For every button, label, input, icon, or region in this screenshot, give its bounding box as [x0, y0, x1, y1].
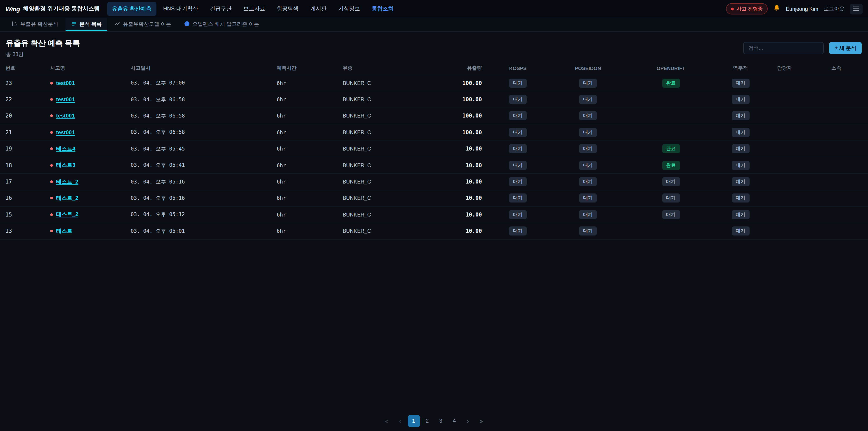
incident-dot-icon [50, 148, 53, 150]
status-badge-wait: 대기 [732, 194, 749, 203]
nav-item-board[interactable]: 게시판 [305, 2, 331, 16]
tab-analysis-list[interactable]: 분석 목록 [65, 18, 107, 31]
status-badge-wait: 대기 [579, 112, 597, 120]
nav-item-emergency-rescue[interactable]: 긴급구난 [205, 2, 237, 16]
opendrift-status-cell: 완료 [623, 161, 719, 170]
backtrack-status-cell: 대기 [719, 226, 762, 236]
forecast-duration: 6hr [271, 113, 337, 119]
page-button-2[interactable]: 2 [421, 415, 433, 427]
table-row[interactable]: 21 test001 03. 04. 오후 06:58 6hr BUNKER_C… [0, 124, 868, 141]
status-badge-wait: 대기 [509, 145, 527, 153]
row-number: 20 [0, 113, 45, 119]
incident-datetime: 03. 04. 오후 06:58 [125, 129, 271, 136]
incident-datetime: 03. 04. 오후 05:01 [125, 227, 271, 235]
col-header-datetime: 사고일시 [125, 65, 271, 71]
first-page-button[interactable]: « [380, 415, 393, 427]
prev-page-button[interactable]: ‹ [394, 415, 406, 427]
status-badge-wait: 대기 [662, 194, 680, 203]
incident-name-cell: test001 [45, 80, 125, 86]
brand[interactable]: Wing 해양환경 위기대응 통합시스템 [5, 5, 100, 13]
tab-oil-fence-algorithm-theory[interactable]: 오일펜스 배치 알고리즘 이론 [178, 18, 265, 31]
page-button-1[interactable]: 1 [408, 415, 420, 427]
table-row[interactable]: 22 test001 03. 04. 오후 06:58 6hr BUNKER_C… [0, 92, 868, 108]
poseidon-status-cell: 대기 [553, 145, 623, 153]
table-row[interactable]: 17 테스트_2 03. 04. 오후 05:16 6hr BUNKER_C 1… [0, 174, 868, 190]
incident-datetime: 03. 04. 오후 05:45 [125, 146, 271, 152]
table-header: 번호 사고명 사고일시 예측시간 유종 유출량 KOSPS POSEIDON O… [0, 61, 868, 75]
forecast-duration: 6hr [271, 212, 337, 218]
col-header-org: 소속 [816, 65, 868, 71]
incident-name-cell: 테스트3 [45, 161, 125, 169]
incident-name-link[interactable]: 테스트 [56, 227, 72, 235]
opendrift-status-cell: 대기 [623, 210, 719, 219]
status-badge-wait: 대기 [509, 194, 527, 203]
status-badge-wait: 대기 [509, 226, 527, 236]
page-button-3[interactable]: 3 [435, 415, 447, 427]
page-button-4[interactable]: 4 [448, 415, 460, 427]
status-badge-wait: 대기 [579, 194, 597, 203]
last-page-button[interactable]: » [475, 415, 488, 427]
table-row[interactable]: 23 test001 03. 04. 오후 07:00 6hr BUNKER_C… [0, 75, 868, 92]
nav-item-oil-spill-prediction[interactable]: 유출유 확산예측 [107, 2, 156, 16]
table-row[interactable]: 18 테스트3 03. 04. 오후 05:41 6hr BUNKER_C 10… [0, 157, 868, 174]
next-page-button[interactable]: › [462, 415, 474, 427]
nav-item-reports[interactable]: 보고자료 [238, 2, 270, 16]
incident-datetime: 03. 04. 오후 05:12 [125, 211, 271, 218]
tab-diffusion-model-theory[interactable]: 유출유확산모델 이론 [109, 18, 177, 31]
status-badge-wait: 대기 [662, 210, 680, 219]
incident-name-link[interactable]: 테스트4 [56, 145, 75, 153]
row-number: 21 [0, 129, 45, 135]
nav-item-aerial-search[interactable]: 항공탐색 [272, 2, 303, 16]
incident-status-badge[interactable]: 사고 진행중 [726, 3, 768, 14]
oil-type: BUNKER_C [337, 228, 420, 234]
kosps-status-cell: 대기 [483, 210, 553, 219]
notification-bell-button[interactable] [773, 4, 780, 13]
incident-name-link[interactable]: test001 [56, 80, 75, 86]
status-badge-wait: 대기 [732, 145, 749, 153]
nav-item-hns-air-diffusion[interactable]: HNS·대기확산 [158, 2, 203, 16]
incident-name-cell: test001 [45, 113, 125, 119]
col-header-duration: 예측시간 [271, 65, 337, 71]
app-title: 해양환경 위기대응 통합시스템 [23, 5, 100, 13]
status-badge-wait: 대기 [732, 79, 749, 88]
incident-dot-icon [50, 82, 53, 84]
tab-oil-spill-analysis[interactable]: 유출유 확산분석 [6, 18, 64, 31]
incident-dot-icon [50, 180, 53, 183]
col-header-incident-name: 사고명 [45, 65, 125, 71]
nav-item-weather-info[interactable]: 기상정보 [333, 2, 365, 16]
row-number: 19 [0, 146, 45, 152]
table-row[interactable]: 15 테스트_2 03. 04. 오후 05:12 6hr BUNKER_C 1… [0, 207, 868, 223]
incident-name-cell: test001 [45, 96, 125, 102]
incident-name-link[interactable]: test001 [56, 96, 75, 102]
table-row[interactable]: 13 테스트 03. 04. 오후 05:01 6hr BUNKER_C 10.… [0, 223, 868, 240]
row-number: 16 [0, 195, 45, 202]
incident-datetime: 03. 04. 오후 07:00 [125, 80, 271, 86]
col-header-oil-type: 유종 [337, 65, 420, 71]
incident-name-cell: 테스트4 [45, 145, 125, 153]
table-row[interactable]: 20 test001 03. 04. 오후 06:58 6hr BUNKER_C… [0, 108, 868, 125]
incident-name-link[interactable]: 테스트_2 [56, 178, 79, 186]
incident-dot-icon [50, 229, 53, 232]
col-header-kosps: KOSPS [483, 65, 553, 71]
incident-name-link[interactable]: test001 [56, 113, 75, 119]
incident-name-link[interactable]: 테스트_2 [56, 211, 79, 219]
table-row[interactable]: 19 테스트4 03. 04. 오후 05:45 6hr BUNKER_C 10… [0, 141, 868, 157]
head-actions: + 새 분석 [743, 42, 862, 54]
logout-button[interactable]: 로그아웃 [824, 5, 844, 12]
backtrack-status-cell: 대기 [719, 128, 762, 137]
incident-dot-icon [731, 7, 734, 10]
poseidon-status-cell: 대기 [553, 161, 623, 170]
incident-name-link[interactable]: test001 [56, 129, 75, 135]
table-row[interactable]: 16 테스트_2 03. 04. 오후 05:16 6hr BUNKER_C 1… [0, 190, 868, 207]
menu-button[interactable] [850, 3, 863, 14]
incident-name-link[interactable]: 테스트3 [56, 161, 75, 169]
oil-type: BUNKER_C [337, 146, 420, 152]
incident-name-link[interactable]: 테스트_2 [56, 194, 79, 202]
spill-amount: 100.00 [420, 96, 483, 102]
nav-item-integrated-search[interactable]: 통합조회 [367, 2, 398, 16]
incident-datetime: 03. 04. 오후 06:58 [125, 96, 271, 103]
page-head: 유출유 확산 예측 목록 총 33건 + 새 분석 [0, 32, 868, 61]
new-analysis-button[interactable]: + 새 분석 [829, 42, 862, 54]
search-input[interactable] [743, 42, 824, 54]
poseidon-status-cell: 대기 [553, 128, 623, 137]
